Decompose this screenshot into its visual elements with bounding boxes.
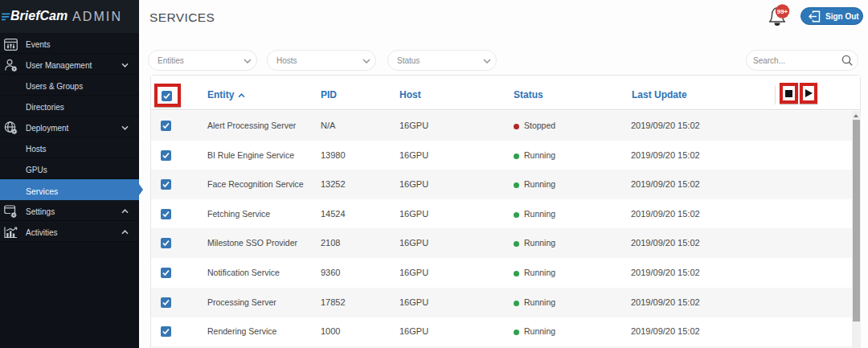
svg-text:99+: 99+ (777, 8, 788, 15)
